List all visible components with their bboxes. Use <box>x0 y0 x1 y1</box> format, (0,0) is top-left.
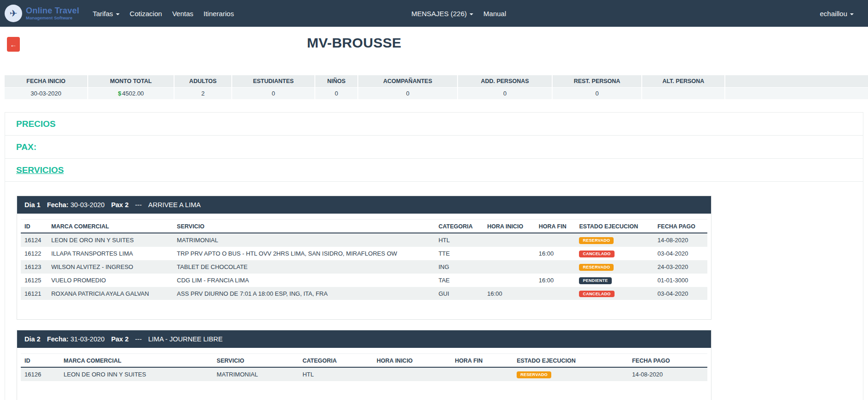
cell-estado: RESERVADO <box>513 367 628 381</box>
cell-hora-inicio <box>483 247 535 260</box>
caret-down-icon <box>850 13 854 15</box>
cell-categoria: GUI <box>435 287 484 300</box>
cell-marca: ILLAPA TRANSPORTES LIMA <box>48 247 173 260</box>
cell-hora-fin <box>535 287 576 300</box>
servicios-body: Dia 1 Fecha: 30-03-2020 Pax 2 --- ARRIVE… <box>5 182 863 400</box>
cell-marca: ROXANA PATRICIA AYALA GALVAN <box>48 287 173 300</box>
pax-label: Pax 2 <box>111 335 129 343</box>
cell-marca: VUELO PROMEDIO <box>48 274 173 287</box>
services-header-row: IDMARCA COMERCIALSERVICIOCATEGORIAHORA I… <box>21 220 707 233</box>
cell-servicio: MATRIMONIAL <box>213 367 299 381</box>
cell-estado: CANCELADO <box>575 287 654 300</box>
column-header: ESTADO EJECUCION <box>575 220 654 233</box>
center-menu: MENSAJES (226) Manual <box>406 0 511 27</box>
day-title: ARRIVEE A LIMA <box>148 201 201 209</box>
column-header-empty <box>725 75 868 87</box>
pax-link[interactable]: PAX: <box>16 142 36 152</box>
section-pax[interactable]: PAX: <box>5 136 863 159</box>
caret-down-icon <box>116 13 120 15</box>
table-row: 16124LEON DE ORO INN Y SUITESMATRIMONIAL… <box>21 233 707 247</box>
cell-fecha-pago: 14-08-2020 <box>654 233 707 247</box>
user-dropdown[interactable]: echaillou <box>815 10 859 18</box>
fecha-group: Fecha: 30-03-2020 <box>47 201 105 209</box>
cell-categoria: HTL <box>299 367 373 381</box>
caret-down-icon <box>470 13 473 15</box>
column-header: ADD. PERSONAS <box>458 75 552 87</box>
cell-id: 16123 <box>21 260 48 274</box>
column-header: FECHA PAGO <box>628 354 707 368</box>
cell-fecha-pago: 03-04-2020 <box>654 247 707 260</box>
cell-marca: WILSON ALVITEZ - INGRESO <box>48 260 173 274</box>
column-header: SERVICIO <box>173 220 435 233</box>
cell-hora-inicio <box>483 260 535 274</box>
day-header: Dia 2 Fecha: 31-03-2020 Pax 2 --- LIMA -… <box>17 330 711 348</box>
monto-total-value: $4502.00 <box>88 87 174 99</box>
column-header: CATEGORIA <box>299 354 373 368</box>
cell-hora-fin: 16:00 <box>535 247 576 260</box>
table-row: 16121ROXANA PATRICIA AYALA GALVANASS PRV… <box>21 287 707 300</box>
acompanantes-value: 0 <box>358 87 458 99</box>
fecha-inicio-value: 30-03-2020 <box>5 87 88 99</box>
cell-servicio: CDG LIM - FRANCIA LIMA <box>173 274 435 287</box>
column-header: FECHA INICIO <box>5 75 88 87</box>
table-row: 16125VUELO PROMEDIOCDG LIM - FRANCIA LIM… <box>21 274 707 287</box>
menu-item-tarifas[interactable]: Tarifas <box>88 10 125 18</box>
ninos-value: 0 <box>315 87 358 99</box>
menu-item-ventas[interactable]: Ventas <box>167 10 199 18</box>
menu-item-itinerarios[interactable]: Itinerarios <box>199 10 239 18</box>
empty-cell <box>725 87 868 99</box>
table-row: 16123WILSON ALVITEZ - INGRESOTABLET DE C… <box>21 260 707 274</box>
section-precios[interactable]: PRECIOS <box>5 113 863 136</box>
table-row: 16122ILLAPA TRANSPORTES LIMATRP PRV APTO… <box>21 247 707 260</box>
cell-hora-fin <box>451 367 513 381</box>
cell-estado: RESERVADO <box>575 260 654 274</box>
status-badge: PENDIENTE <box>579 277 611 284</box>
column-header: SERVICIO <box>213 354 299 368</box>
cell-fecha-pago: 14-08-2020 <box>628 367 707 381</box>
day-label: Dia 2 <box>24 335 41 343</box>
status-badge: RESERVADO <box>517 371 551 378</box>
pax-label: Pax 2 <box>111 201 129 209</box>
column-header: ID <box>21 354 60 368</box>
cell-hora-fin: 16:00 <box>535 274 576 287</box>
fecha-group: Fecha: 31-03-2020 <box>47 335 105 343</box>
menu-item-cotizacion[interactable]: Cotizacion <box>125 10 167 18</box>
column-header: HORA FIN <box>535 220 576 233</box>
cell-id: 16121 <box>21 287 48 300</box>
column-header: ADULTOS <box>174 75 232 87</box>
cell-categoria: ING <box>435 260 484 274</box>
page-title: MV-BROUSSE <box>5 35 704 51</box>
cell-estado: PENDIENTE <box>575 274 654 287</box>
brand[interactable]: ✈ Online Travel Management Software <box>5 5 79 22</box>
brand-subtitle: Management Software <box>26 16 79 20</box>
column-header: MARCA COMERCIAL <box>60 354 213 368</box>
column-header: CATEGORIA <box>435 220 484 233</box>
column-header: ESTADO EJECUCION <box>513 354 628 368</box>
currency-symbol: $ <box>118 90 121 97</box>
day-title: LIMA - JOURNEE LIBRE <box>148 335 223 343</box>
menu-item-manual[interactable]: Manual <box>478 10 511 18</box>
column-header: ACOMPAÑANTES <box>358 75 458 87</box>
globe-plane-icon: ✈ <box>5 5 22 22</box>
cell-servicio: TABLET DE CHOCOLATE <box>173 260 435 274</box>
servicios-link[interactable]: SERVICIOS <box>16 165 64 175</box>
separator-dashes: --- <box>135 335 142 343</box>
cell-estado: CANCELADO <box>575 247 654 260</box>
cell-estado: RESERVADO <box>575 233 654 247</box>
menu-item-mensajes[interactable]: MENSAJES (226) <box>406 10 478 18</box>
section-servicios[interactable]: SERVICIOS <box>5 159 863 182</box>
adultos-value: 2 <box>174 87 232 99</box>
day-label: Dia 1 <box>24 201 41 209</box>
estudiantes-value: 0 <box>232 87 315 99</box>
services-table: IDMARCA COMERCIALSERVICIOCATEGORIAHORA I… <box>21 353 707 381</box>
cell-id: 16122 <box>21 247 48 260</box>
cell-hora-inicio: 16:00 <box>483 287 535 300</box>
cell-fecha-pago: 01-01-3000 <box>654 274 707 287</box>
rest-persona-value: 0 <box>552 87 642 99</box>
column-header: MARCA COMERCIAL <box>48 220 173 233</box>
column-header: MONTO TOTAL <box>88 75 174 87</box>
add-personas-value: 0 <box>458 87 552 99</box>
cell-hora-inicio <box>373 367 452 381</box>
title-row: ← MV-BROUSSE <box>5 27 863 64</box>
precios-link[interactable]: PRECIOS <box>16 119 56 129</box>
